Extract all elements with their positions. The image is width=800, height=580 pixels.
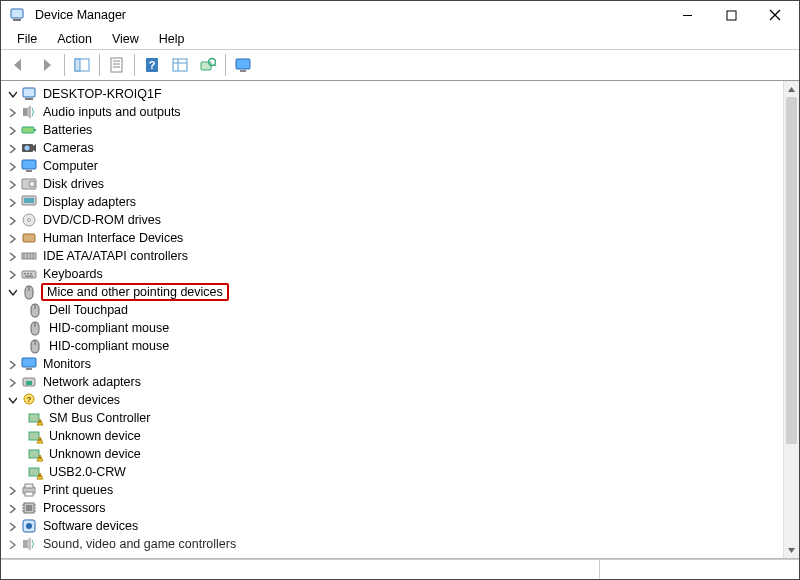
device-usb2-crw[interactable]: USB2.0-CRW [5, 463, 783, 481]
svg-rect-51 [75, 59, 80, 71]
chevron-down-icon[interactable] [5, 285, 19, 299]
device-unknown-1[interactable]: Unknown device [5, 427, 783, 445]
category-audio[interactable]: Audio inputs and outputs [5, 103, 783, 121]
mice-label-highlighted: Mice and other pointing devices [41, 283, 229, 301]
category-computer[interactable]: Computer [5, 157, 783, 175]
device-dell-touchpad[interactable]: Dell Touchpad [5, 301, 783, 319]
network-icon [21, 374, 37, 390]
svg-rect-61 [201, 62, 211, 70]
chip-warning-icon [27, 410, 43, 426]
scroll-thumb[interactable] [786, 97, 797, 444]
keyboard-icon [21, 266, 37, 282]
statusbar [1, 559, 799, 579]
category-keyboards[interactable]: Keyboards [5, 265, 783, 283]
chevron-right-icon[interactable] [5, 231, 19, 245]
device-hid-mouse-2[interactable]: HID-compliant mouse [5, 337, 783, 355]
category-monitors[interactable]: Monitors [5, 355, 783, 373]
root-label: DESKTOP-KROIQ1F [41, 87, 164, 101]
chevron-right-icon[interactable] [5, 105, 19, 119]
menu-view[interactable]: View [102, 31, 149, 47]
category-ide[interactable]: IDE ATA/ATAPI controllers [5, 247, 783, 265]
properties-button[interactable] [104, 52, 130, 78]
vertical-scrollbar[interactable] [783, 81, 799, 558]
category-network[interactable]: Network adapters [5, 373, 783, 391]
svg-text:?: ? [149, 59, 156, 71]
chip-warning-icon [27, 464, 43, 480]
svg-line-63 [215, 65, 217, 67]
menu-action[interactable]: Action [47, 31, 102, 47]
show-hide-console-tree-button[interactable] [69, 52, 95, 78]
speaker-icon [21, 104, 37, 120]
chip-warning-icon [27, 428, 43, 444]
category-display-adapters[interactable]: Display adapters [5, 193, 783, 211]
device-unknown-2[interactable]: Unknown device [5, 445, 783, 463]
chevron-right-icon[interactable] [5, 195, 19, 209]
category-mice[interactable]: Mice and other pointing devices [5, 283, 783, 301]
question-icon [21, 392, 37, 408]
camera-icon [21, 140, 37, 156]
category-sound-video-game[interactable]: Sound, video and game controllers [5, 535, 783, 553]
monitor-icon [21, 356, 37, 372]
software-icon [21, 518, 37, 534]
disc-icon [21, 212, 37, 228]
forward-button[interactable] [34, 52, 60, 78]
printer-icon [21, 482, 37, 498]
back-button[interactable] [6, 52, 32, 78]
device-sm-bus[interactable]: SM Bus Controller [5, 409, 783, 427]
mouse-icon [27, 302, 43, 318]
svg-rect-65 [240, 70, 246, 72]
close-button[interactable] [753, 1, 797, 29]
scroll-down-button[interactable] [784, 542, 799, 558]
category-other-devices[interactable]: Other devices [5, 391, 783, 409]
chevron-right-icon[interactable] [5, 159, 19, 173]
device-hid-mouse-1[interactable]: HID-compliant mouse [5, 319, 783, 337]
category-processors[interactable]: Processors [5, 499, 783, 517]
tree-root-node[interactable]: DESKTOP-KROIQ1F [5, 85, 783, 103]
help-button[interactable]: ? [139, 52, 165, 78]
hid-icon [21, 230, 37, 246]
chevron-right-icon[interactable] [5, 501, 19, 515]
category-software-devices[interactable]: Software devices [5, 517, 783, 535]
chevron-right-icon[interactable] [5, 537, 19, 551]
menubar: File Action View Help [1, 29, 799, 49]
speaker-icon [21, 536, 37, 552]
chevron-down-icon[interactable] [5, 393, 19, 407]
chevron-down-icon[interactable] [5, 87, 19, 101]
menu-file[interactable]: File [7, 31, 47, 47]
chevron-right-icon[interactable] [5, 123, 19, 137]
device-tree[interactable]: DESKTOP-KROIQ1F Audio inputs and outputs… [1, 81, 783, 558]
menu-help[interactable]: Help [149, 31, 195, 47]
titlebar: Device Manager [1, 1, 799, 29]
mouse-icon [27, 338, 43, 354]
category-print-queues[interactable]: Print queues [5, 481, 783, 499]
window-title: Device Manager [35, 8, 665, 22]
svg-rect-64 [236, 59, 250, 69]
category-cameras[interactable]: Cameras [5, 139, 783, 157]
chevron-right-icon[interactable] [5, 141, 19, 155]
monitor-button[interactable] [230, 52, 256, 78]
category-batteries[interactable]: Batteries [5, 121, 783, 139]
chevron-right-icon[interactable] [5, 177, 19, 191]
category-hid[interactable]: Human Interface Devices [5, 229, 783, 247]
computer-icon [21, 86, 37, 102]
chevron-right-icon[interactable] [5, 267, 19, 281]
maximize-button[interactable] [709, 1, 753, 29]
disk-icon [21, 176, 37, 192]
display-adapter-icon [21, 194, 37, 210]
category-disk-drives[interactable]: Disk drives [5, 175, 783, 193]
scroll-track[interactable] [784, 97, 799, 542]
chevron-right-icon[interactable] [5, 483, 19, 497]
chevron-right-icon[interactable] [5, 213, 19, 227]
chevron-right-icon[interactable] [5, 357, 19, 371]
action-button[interactable] [167, 52, 193, 78]
category-dvd[interactable]: DVD/CD-ROM drives [5, 211, 783, 229]
chevron-right-icon[interactable] [5, 519, 19, 533]
scan-hardware-button[interactable] [195, 52, 221, 78]
battery-icon [21, 122, 37, 138]
chevron-right-icon[interactable] [5, 375, 19, 389]
scroll-up-button[interactable] [784, 81, 799, 97]
svg-rect-47 [727, 11, 736, 20]
minimize-button[interactable] [665, 1, 709, 29]
monitor-icon [21, 158, 37, 174]
chevron-right-icon[interactable] [5, 249, 19, 263]
